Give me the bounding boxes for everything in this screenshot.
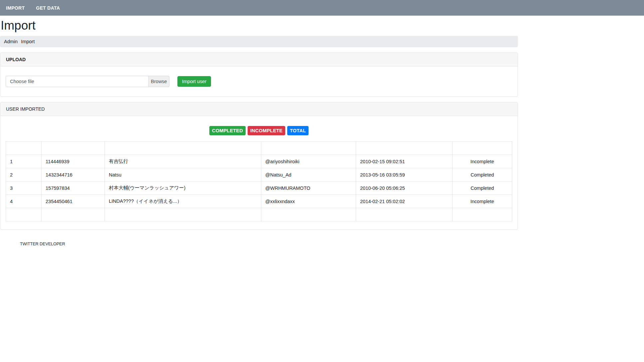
empty-cell — [42, 208, 105, 221]
upload-card-body: Browse Import user — [0, 66, 518, 96]
table-row: 3 157597834 村本大輔(ウーマンラッシュアワー) @WRHMURAMO… — [6, 181, 512, 195]
imported-users-table: 1 114446939 有吉弘行 @ariyoshihiroiki 2010-0… — [6, 141, 512, 221]
user-name-cell: 村本大輔(ウーマンラッシュアワー) — [105, 181, 261, 195]
nav-item-get-data[interactable]: GET DATA — [36, 3, 60, 13]
row-index-cell: 4 — [6, 195, 42, 208]
empty-cell — [261, 208, 356, 221]
file-input[interactable] — [6, 76, 169, 87]
table-header-cell — [6, 142, 42, 155]
user-name-cell: LINDA????（イイネが消える...） — [105, 195, 261, 208]
total-badge: TOTAL — [287, 126, 309, 135]
user-handle-cell: @Natsu_Ad — [261, 168, 356, 181]
user-id-cell: 157597834 — [42, 181, 105, 195]
row-index-cell: 1 — [6, 155, 42, 168]
user-status-cell: Incomplete — [453, 155, 512, 168]
user-imported-card-body: COMPLETED INCOMPLETE TOTAL — [0, 116, 518, 229]
table-header-cell — [261, 142, 356, 155]
table-header-cell — [453, 142, 512, 155]
empty-cell — [453, 208, 512, 221]
empty-cell — [105, 208, 261, 221]
user-status-cell: Completed — [453, 181, 512, 195]
user-name-cell: 有吉弘行 — [105, 155, 261, 168]
browse-button[interactable]: Browse — [148, 76, 169, 87]
table-header-cell — [356, 142, 453, 155]
row-index-cell: 3 — [6, 181, 42, 195]
user-date-cell: 2014-02-21 05:02:02 — [356, 195, 453, 208]
main-container: Import Admin Import UPLOAD Browse Import… — [0, 16, 518, 246]
user-imported-card-header: USER IMPORTED — [0, 102, 518, 116]
user-date-cell: 2010-06-20 05:06:25 — [356, 181, 453, 195]
empty-cell — [356, 208, 453, 221]
table-header-cell — [42, 142, 105, 155]
import-user-button[interactable]: Import user — [177, 76, 211, 87]
user-imported-card: USER IMPORTED COMPLETED INCOMPLETE TOTAL — [0, 102, 518, 230]
row-index-cell: 2 — [6, 168, 42, 181]
table-row: 1 114446939 有吉弘行 @ariyoshihiroiki 2010-0… — [6, 155, 512, 168]
user-id-cell: 2354450461 — [42, 195, 105, 208]
footer-text: TWITTER DEVELOPER — [0, 235, 518, 246]
table-row: 4 2354450461 LINDA????（イイネが消える...） @xxli… — [6, 195, 512, 208]
upload-card: UPLOAD Browse Import user — [0, 53, 518, 97]
breadcrumb-item-import: Import — [21, 39, 35, 44]
incomplete-badge: INCOMPLETE — [248, 126, 285, 135]
nav-item-import[interactable]: IMPORT — [6, 3, 25, 13]
page-title: Import — [0, 16, 518, 36]
upload-card-header: UPLOAD — [0, 53, 518, 66]
user-date-cell: 2010-02-15 09:02:51 — [356, 155, 453, 168]
user-name-cell: Natsu — [105, 168, 261, 181]
table-row: 2 1432344716 Natsu @Natsu_Ad 2013-05-16 … — [6, 168, 512, 181]
completed-badge: COMPLETED — [209, 126, 246, 135]
top-navbar: IMPORT GET DATA — [0, 0, 644, 16]
file-input-group: Browse — [6, 76, 169, 87]
user-status-cell: Incomplete — [453, 195, 512, 208]
user-handle-cell: @ariyoshihiroiki — [261, 155, 356, 168]
user-handle-cell: @WRHMURAMOTO — [261, 181, 356, 195]
breadcrumb: Admin Import — [0, 36, 518, 47]
user-status-cell: Completed — [453, 168, 512, 181]
table-header-row — [6, 142, 512, 155]
user-id-cell: 1432344716 — [42, 168, 105, 181]
table-header-cell — [105, 142, 261, 155]
user-date-cell: 2013-05-16 03:05:59 — [356, 168, 453, 181]
breadcrumb-item-admin[interactable]: Admin — [4, 39, 18, 44]
table-empty-row — [6, 208, 512, 221]
status-badges-row: COMPLETED INCOMPLETE TOTAL — [6, 126, 512, 135]
user-id-cell: 114446939 — [42, 155, 105, 168]
user-handle-cell: @xxlixxndaxx — [261, 195, 356, 208]
empty-cell — [6, 208, 42, 221]
